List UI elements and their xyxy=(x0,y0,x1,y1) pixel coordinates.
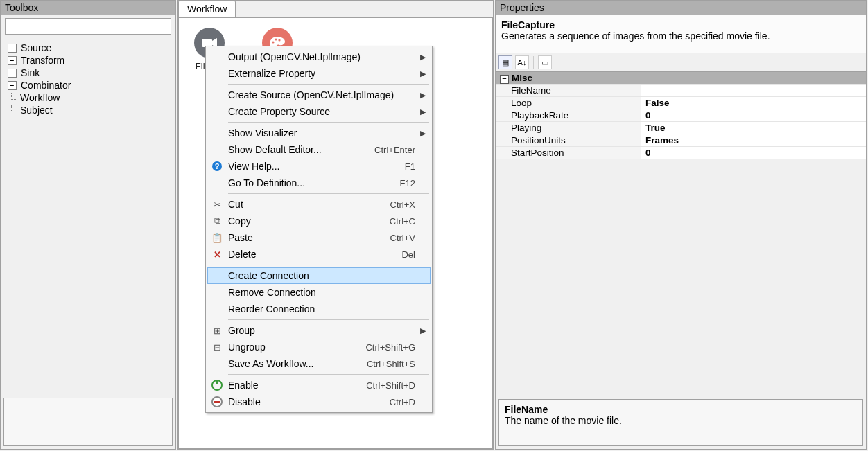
menu-item-remove-connection[interactable]: Remove Connection xyxy=(207,284,431,301)
property-value[interactable]: Frames xyxy=(641,134,866,147)
disable-icon xyxy=(211,396,223,407)
properties-component-description: Generates a sequence of images from the … xyxy=(501,30,860,42)
menu-item-save-as-workflow[interactable]: Save As Workflow...Ctrl+Shift+S xyxy=(207,355,431,372)
toolbox-item-transform[interactable]: +Transform xyxy=(5,54,171,67)
properties-help-text: The name of the movie file. xyxy=(505,415,857,426)
properties-component-name: FileCapture xyxy=(501,19,860,30)
properties-title: Properties xyxy=(496,1,866,15)
menu-item-label: Show Default Editor... xyxy=(225,144,374,155)
tab-workflow[interactable]: Workflow xyxy=(178,1,236,18)
property-row-startposition[interactable]: StartPosition0 xyxy=(496,147,866,159)
properties-help-title: FileName xyxy=(505,404,857,415)
svg-point-2 xyxy=(272,41,274,43)
property-row-loop[interactable]: LoopFalse xyxy=(496,97,866,109)
toolbar-separator xyxy=(533,56,534,69)
menu-item-shortcut: F12 xyxy=(400,178,418,188)
property-row-playing[interactable]: PlayingTrue xyxy=(496,122,866,134)
toolbox-panel: Toolbox +Source+Transform+Sink+Combinato… xyxy=(0,0,176,450)
tree-connector xyxy=(11,105,16,112)
menu-item-shortcut: Ctrl+D xyxy=(390,397,418,407)
expand-icon[interactable]: + xyxy=(8,56,17,65)
menu-item-label: Create Connection xyxy=(225,270,418,281)
property-pages-icon[interactable]: ▭ xyxy=(538,55,552,69)
properties-help-box: FileName The name of the movie file. xyxy=(498,399,863,446)
menu-item-show-visualizer[interactable]: Show Visualizer▶ xyxy=(207,125,431,141)
menu-item-disable[interactable]: DisableCtrl+D xyxy=(207,393,431,410)
toolbox-item-label: Workflow xyxy=(20,91,60,104)
property-row-playbackrate[interactable]: PlaybackRate0 xyxy=(496,109,866,122)
menu-item-create-source-opencv-net-iplimage[interactable]: Create Source (OpenCV.Net.IplImage)▶ xyxy=(207,87,431,103)
property-value[interactable] xyxy=(641,85,866,97)
ungroup-icon: ⊟ xyxy=(214,342,221,353)
menu-item-delete[interactable]: ✕DeleteDel xyxy=(207,246,431,263)
menu-item-copy[interactable]: ⧉CopyCtrl+C xyxy=(207,213,431,229)
menu-item-enable[interactable]: EnableCtrl+Shift+D xyxy=(207,377,431,393)
toolbox-item-workflow[interactable]: Workflow xyxy=(5,91,171,104)
submenu-arrow-icon: ▶ xyxy=(418,107,428,116)
menu-item-label: Group xyxy=(225,325,418,336)
property-name: PositionUnits xyxy=(496,134,641,147)
toolbox-item-source[interactable]: +Source xyxy=(5,42,171,54)
menu-separator xyxy=(228,122,429,123)
menu-item-label: Externalize Property xyxy=(225,68,418,79)
menu-item-show-default-editor[interactable]: Show Default Editor...Ctrl+Enter xyxy=(207,141,431,158)
menu-item-view-help[interactable]: ?View Help...F1 xyxy=(207,158,431,175)
property-category-row[interactable]: −Misc xyxy=(496,72,866,85)
context-menu: Output (OpenCV.Net.IplImage)▶Externalize… xyxy=(205,46,433,413)
menu-item-go-to-definition[interactable]: Go To Definition...F12 xyxy=(207,175,431,191)
property-row-positionunits[interactable]: PositionUnitsFrames xyxy=(496,134,866,147)
menu-item-create-connection[interactable]: Create Connection xyxy=(207,267,431,284)
property-row-filename[interactable]: FileName xyxy=(496,85,866,97)
property-value[interactable]: 0 xyxy=(641,147,866,159)
toolbox-item-sink[interactable]: +Sink xyxy=(5,67,171,79)
property-name: StartPosition xyxy=(496,147,641,159)
toolbox-item-label: Source xyxy=(21,42,51,54)
menu-item-shortcut: Ctrl+V xyxy=(390,233,418,243)
svg-point-3 xyxy=(275,38,277,40)
help-icon: ? xyxy=(212,161,222,171)
menu-item-paste[interactable]: 📋PasteCtrl+V xyxy=(207,229,431,246)
menu-separator xyxy=(228,374,429,375)
categorized-icon[interactable]: ▤ xyxy=(498,55,512,69)
menu-item-output-opencv-net-iplimage[interactable]: Output (OpenCV.Net.IplImage)▶ xyxy=(207,48,431,65)
property-value[interactable]: True xyxy=(641,122,866,134)
menu-item-shortcut: Ctrl+Shift+D xyxy=(366,380,418,391)
expand-icon[interactable]: + xyxy=(8,69,17,78)
menu-item-label: Create Source (OpenCV.Net.IplImage) xyxy=(225,89,418,100)
menu-item-shortcut: Ctrl+Shift+G xyxy=(365,342,418,353)
menu-item-shortcut: F1 xyxy=(405,161,418,172)
toolbox-item-label: Combinator xyxy=(21,79,71,91)
toolbox-help-box xyxy=(3,398,173,446)
submenu-arrow-icon: ▶ xyxy=(418,69,428,78)
toolbox-search-input[interactable] xyxy=(5,18,171,35)
alphabetical-icon[interactable]: A↓ xyxy=(515,55,529,69)
submenu-arrow-icon: ▶ xyxy=(418,129,428,138)
menu-item-label: Show Visualizer xyxy=(225,127,418,139)
menu-item-cut[interactable]: ✂CutCtrl+X xyxy=(207,196,431,213)
menu-item-label: Go To Definition... xyxy=(225,177,400,188)
menu-item-shortcut: Ctrl+X xyxy=(390,200,418,210)
menu-item-label: Output (OpenCV.Net.IplImage) xyxy=(225,51,418,62)
tree-connector xyxy=(11,93,16,100)
property-value[interactable]: False xyxy=(641,97,866,109)
property-name: Playing xyxy=(496,122,641,134)
submenu-arrow-icon: ▶ xyxy=(418,91,428,100)
toolbox-item-subject[interactable]: Subject xyxy=(5,104,171,116)
toolbox-item-label: Transform xyxy=(21,54,64,67)
property-value[interactable]: 0 xyxy=(641,109,866,122)
copy-icon: ⧉ xyxy=(214,215,220,227)
menu-item-create-property-source[interactable]: Create Property Source▶ xyxy=(207,103,431,120)
menu-separator xyxy=(228,193,429,194)
menu-item-group[interactable]: ⊞Group▶ xyxy=(207,322,431,339)
toolbox-title: Toolbox xyxy=(1,1,175,15)
menu-item-label: Copy xyxy=(225,215,390,227)
submenu-arrow-icon: ▶ xyxy=(418,53,428,62)
expand-icon[interactable]: + xyxy=(8,44,17,53)
toolbox-item-combinator[interactable]: +Combinator xyxy=(5,79,171,91)
expand-icon[interactable]: + xyxy=(8,81,17,90)
menu-item-shortcut: Del xyxy=(401,249,418,260)
menu-item-reorder-connection[interactable]: Reorder Connection xyxy=(207,301,431,317)
menu-item-label: Remove Connection xyxy=(225,287,418,298)
menu-item-ungroup[interactable]: ⊟UngroupCtrl+Shift+G xyxy=(207,339,431,355)
menu-item-externalize-property[interactable]: Externalize Property▶ xyxy=(207,65,431,82)
